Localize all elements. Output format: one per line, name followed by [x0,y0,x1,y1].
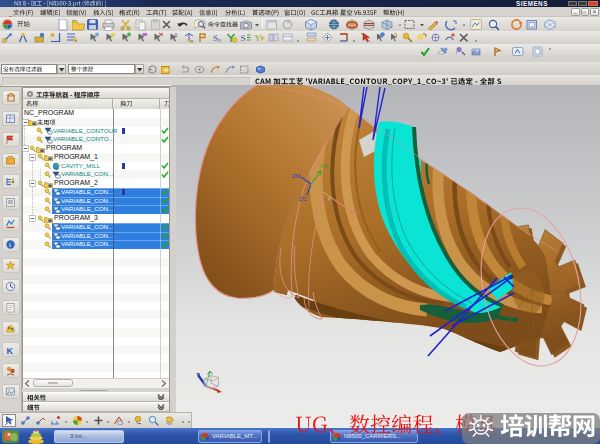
svg-text:0: 0 [175,32,178,38]
svg-text:i: i [9,241,11,249]
svg-text:n: n [218,37,221,43]
svg-text:S: S [241,33,246,43]
svg-text:XM: XM [349,209,358,215]
svg-text:Y: Y [255,33,262,43]
svg-text:YM: YM [319,163,328,169]
svg-text:ZM: ZM [292,173,301,179]
svg-text:K: K [7,346,14,356]
svg-text:ZC: ZC [299,196,308,202]
